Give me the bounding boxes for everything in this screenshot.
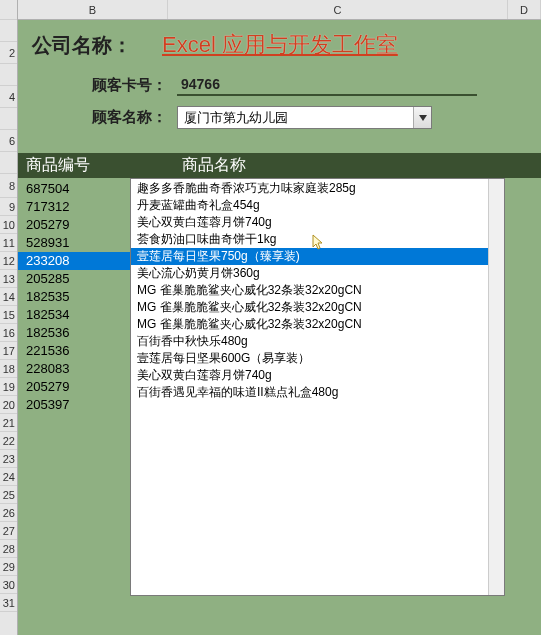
col-header-D[interactable]: D [508,0,541,19]
code-cell[interactable]: 182536 [26,324,130,342]
row-header[interactable]: 31 [0,594,17,612]
row-header[interactable]: 14 [0,288,17,306]
row-header[interactable]: 30 [0,576,17,594]
row-header[interactable]: 28 [0,540,17,558]
customer-row: 顾客名称： [32,106,527,129]
row-header[interactable]: 27 [0,522,17,540]
row-header[interactable]: 15 [0,306,17,324]
row-header[interactable]: 29 [0,558,17,576]
row-header[interactable]: 23 [0,450,17,468]
code-cell[interactable]: 233208 [18,252,130,270]
row-header[interactable]: 8 [0,174,17,198]
list-item[interactable]: 趣多多香脆曲奇香浓巧克力味家庭装285g [131,180,488,197]
row-header[interactable]: 22 [0,432,17,450]
list-item[interactable]: 壹莲居每日坚果750g（臻享装) [131,248,488,265]
row-header[interactable]: 21 [0,414,17,432]
th-name: 商品名称 [182,155,541,176]
code-cell[interactable]: 687504 [26,180,130,198]
card-row: 顾客卡号： [32,74,527,96]
row-header[interactable]: 20 [0,396,17,414]
row-header[interactable]: 24 [0,468,17,486]
code-cell[interactable]: 182535 [26,288,130,306]
row-header[interactable]: 13 [0,270,17,288]
worksheet-area: 公司名称： Excel 应用与开发工作室 顾客卡号： 顾客名称： 商品编号 商品… [18,20,541,635]
code-cell[interactable]: 205397 [26,396,130,414]
code-cell[interactable]: 528931 [26,234,130,252]
row-header[interactable]: 18 [0,360,17,378]
table-header: 商品编号 商品名称 [18,153,541,178]
code-cell[interactable]: 205279 [26,378,130,396]
code-column: 6875047173122052795289312332082052851825… [18,178,130,414]
column-headers: B C D [18,0,541,20]
list-item[interactable]: 壹莲居每日坚果600G（易享装） [131,350,488,367]
list-item[interactable]: 百街香遇见幸福的味道II糕点礼盒480g [131,384,488,401]
row-header[interactable]: 4 [0,86,17,108]
row-header[interactable]: 16 [0,324,17,342]
row-header[interactable] [0,108,17,130]
company-label: 公司名称： [32,32,132,59]
data-area: 6875047173122052795289312332082052851825… [18,178,541,414]
list-item[interactable]: 美心流心奶黄月饼360g [131,265,488,282]
row-headers: 2468910111213141516171819202122232425262… [0,0,18,635]
list-item[interactable]: MG 雀巢脆脆鲨夹心威化32条装32x20gCN [131,299,488,316]
row-header[interactable] [0,64,17,86]
product-listbox[interactable]: 趣多多香脆曲奇香浓巧克力味家庭装285g丹麦蓝罐曲奇礼盒454g美心双黄白莲蓉月… [130,178,505,596]
customer-label: 顾客名称： [32,108,177,127]
customer-dropdown-wrap [177,106,432,129]
code-cell[interactable]: 221536 [26,342,130,360]
code-cell[interactable]: 228083 [26,360,130,378]
row-header[interactable]: 10 [0,216,17,234]
list-item[interactable]: 荟食奶油口味曲奇饼干1kg [131,231,488,248]
list-item[interactable]: 美心双黄白莲蓉月饼740g [131,214,488,231]
company-row: 公司名称： Excel 应用与开发工作室 [32,30,527,60]
th-code: 商品编号 [26,155,182,176]
row-header[interactable]: 2 [0,42,17,64]
row-header[interactable]: 9 [0,198,17,216]
row-header[interactable]: 12 [0,252,17,270]
row-header[interactable]: 19 [0,378,17,396]
col-header-B[interactable]: B [18,0,168,19]
code-cell[interactable]: 205285 [26,270,130,288]
row-header[interactable]: 11 [0,234,17,252]
row-header[interactable]: 17 [0,342,17,360]
scrollbar[interactable] [488,179,504,595]
code-cell[interactable]: 717312 [26,198,130,216]
list-item[interactable]: 美心双黄白莲蓉月饼740g [131,367,488,384]
list-item[interactable]: 丹麦蓝罐曲奇礼盒454g [131,197,488,214]
code-cell[interactable]: 182534 [26,306,130,324]
list-item[interactable]: MG 雀巢脆脆鲨夹心威化32条装32x20gCN [131,282,488,299]
form-area: 公司名称： Excel 应用与开发工作室 顾客卡号： 顾客名称： [18,20,541,147]
row-header[interactable]: 25 [0,486,17,504]
customer-dropdown[interactable] [177,106,432,129]
row-header[interactable] [0,152,17,174]
row-header[interactable] [0,20,17,42]
company-name: Excel 应用与开发工作室 [162,30,398,60]
row-header[interactable]: 26 [0,504,17,522]
code-cell[interactable]: 205279 [26,216,130,234]
col-header-C[interactable]: C [168,0,508,19]
row-header[interactable]: 6 [0,130,17,152]
list-item[interactable]: 百街香中秋快乐480g [131,333,488,350]
card-label: 顾客卡号： [32,76,177,95]
card-input[interactable] [177,74,477,96]
list-item[interactable]: MG 雀巢脆脆鲨夹心威化32条装32x20gCN [131,316,488,333]
